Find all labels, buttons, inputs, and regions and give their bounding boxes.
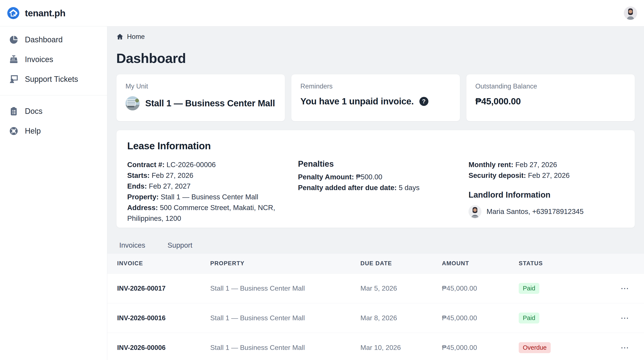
lease-information-card: Lease Information Contract #: LC-2026-00… [116,130,635,228]
landlord-avatar [468,205,482,218]
table-header-row: INVOICE PROPERTY DUE DATE AMOUNT STATUS [107,253,644,274]
column-header-property: PROPERTY [210,253,360,274]
brand-name: tenant.ph [25,8,66,19]
contract-value: LC-2026-00006 [166,161,216,169]
top-bar: tenant.ph [0,0,644,27]
invoice-property: Stall 1 — Business Center Mall [210,333,360,360]
row-actions-menu-button[interactable]: ⋯ [618,343,631,352]
clipboard-icon [9,107,18,116]
landlord-contact: Maria Santos, +639178912345 [486,208,584,216]
lease-details-column: Contract #: LC-2026-00006 Starts: Feb 27… [127,159,298,224]
tab-invoices[interactable]: Invoices [119,241,145,249]
column-header-due-date: DUE DATE [360,253,442,274]
sidebar-item-docs[interactable]: Docs [0,101,107,121]
tenant-logo-icon [7,7,20,20]
address-label: Address: [127,204,158,212]
penalties-title: Penalties [298,159,468,169]
property-value: Stall 1 — Business Center Mall [161,193,258,201]
outstanding-balance-value: ₱45,000.00 [476,96,521,107]
property-label: Property: [127,193,159,201]
penalty-after-value: 5 days [398,184,420,192]
starts-label: Starts: [127,171,150,179]
ends-label: Ends: [127,182,147,190]
column-header-amount: AMOUNT [442,253,519,274]
support-agent-icon [9,75,18,84]
sidebar-item-label: Docs [25,107,42,116]
penalty-amount-label: Penalty Amount: [298,173,354,181]
unit-photo-thumbnail [126,96,140,110]
security-deposit-value: Feb 27, 2026 [528,171,570,179]
sidebar-item-label: Invoices [25,55,53,64]
invoice-amount: ₱45,000.00 [442,333,519,360]
invoice-amount: ₱45,000.00 [442,303,519,333]
monthly-rent-value: Feb 27, 2026 [515,161,557,169]
monthly-rent-label: Monthly rent: [468,161,513,169]
outstanding-balance-card: Outstanding Balance ₱45,000.00 [466,74,635,121]
sidebar-item-label: Support Tickets [25,75,78,84]
column-header-invoice: INVOICE [107,253,210,274]
table-row: INV-2026-00016 Stall 1 — Business Center… [107,303,644,333]
sidebar-divider [0,95,107,95]
brand-home-link[interactable]: tenant.ph [7,7,66,20]
invoice-number: INV-2026-00006 [107,333,210,360]
starts-value: Feb 27, 2026 [152,171,194,179]
landlord-title: Landlord Information [468,190,624,200]
table-row: INV-2026-00006 Stall 1 — Business Center… [107,333,644,360]
card-label: Reminders [300,82,451,90]
invoice-due-date: Mar 5, 2026 [360,274,442,303]
reminders-card: Reminders You have 1 unpaid invoice. ? [291,74,460,121]
invoice-due-date: Mar 8, 2026 [360,303,442,333]
main-content: Home Dashboard My Unit [107,27,644,360]
help-circle-icon[interactable]: ? [420,97,428,106]
ends-value: Feb 27, 2027 [149,182,191,190]
penalty-amount-value: ₱500.00 [356,173,382,181]
reminders-value: You have 1 unpaid invoice. [300,96,414,107]
card-label: Outstanding Balance [476,82,626,90]
invoice-property: Stall 1 — Business Center Mall [210,303,360,333]
sidebar-item-invoices[interactable]: Invoices [0,50,107,69]
invoice-property: Stall 1 — Business Center Mall [210,274,360,303]
table-row: INV-2026-00017 Stall 1 — Business Center… [107,274,644,303]
sidebar-item-dashboard[interactable]: Dashboard [0,30,107,50]
invoice-amount: ₱45,000.00 [442,274,519,303]
life-buoy-icon [9,126,18,136]
column-header-status: STATUS [519,253,616,274]
profile-avatar[interactable] [624,7,637,20]
tab-support[interactable]: Support [168,241,192,249]
breadcrumb-home-link[interactable]: Home [127,33,145,41]
summary-cards: My Unit Stall 1 — Business Center Mall [116,74,635,121]
status-badge: Paid [519,283,539,294]
home-icon [116,33,124,40]
invoices-table: INVOICE PROPERTY DUE DATE AMOUNT STATUS … [107,253,644,360]
card-label: My Unit [126,82,276,90]
my-unit-value: Stall 1 — Business Center Mall [145,98,275,108]
sidebar-item-help[interactable]: Help [0,121,107,141]
invoice-number: INV-2026-00017 [107,274,210,303]
sidebar-item-label: Help [25,126,41,135]
rent-landlord-column: Monthly rent: Feb 27, 2026 Security depo… [468,159,624,218]
bottom-tabs: Invoices Support [107,237,644,253]
lease-title: Lease Information [127,140,624,152]
pie-chart-icon [9,35,18,45]
status-badge: Overdue [519,342,551,353]
invoice-due-date: Mar 10, 2026 [360,333,442,360]
contract-label: Contract #: [127,161,164,169]
invoice-number: INV-2026-00016 [107,303,210,333]
my-unit-card: My Unit Stall 1 — Business Center Mall [116,74,285,121]
sidebar-item-support-tickets[interactable]: Support Tickets [0,69,107,89]
security-deposit-label: Security deposit: [468,171,526,179]
breadcrumb: Home [116,33,635,41]
row-actions-menu-button[interactable]: ⋯ [618,284,631,292]
penalty-after-label: Penalty added after due date: [298,184,397,192]
status-badge: Paid [519,312,539,323]
cash-register-icon [9,55,18,64]
page-title: Dashboard [116,51,635,66]
penalties-column: Penalties Penalty Amount: ₱500.00 Penalt… [298,159,468,193]
sidebar-item-label: Dashboard [25,35,63,44]
sidebar: Dashboard Invoices Support Tickets [0,27,107,360]
row-actions-menu-button[interactable]: ⋯ [618,314,631,322]
